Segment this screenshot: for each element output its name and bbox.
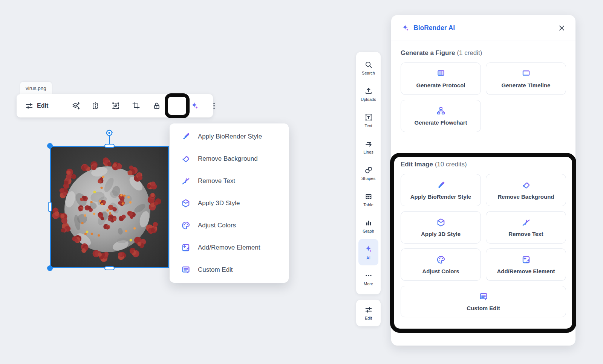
generate-section-title: Generate a Figure (1 credit)	[401, 49, 566, 57]
sidebar-item-graph[interactable]: Graph	[356, 213, 381, 239]
apply-biorender-style-button[interactable]: Apply BioRender Style	[401, 174, 481, 206]
edit-image-buttons-grid: Apply BioRender Style Remove Background	[401, 174, 566, 317]
sidebar-item-label: Table	[363, 203, 373, 207]
menu-item-label: Add/Remove Element	[198, 244, 260, 251]
sidebar-item-ai[interactable]: AI	[358, 239, 378, 265]
sidebar-item-label: Text	[364, 123, 372, 128]
more-options-icon	[210, 101, 219, 110]
more-dots-icon	[364, 271, 373, 280]
card-label: Apply BioRender Style	[410, 193, 471, 200]
resize-handle-left-center[interactable]	[48, 202, 52, 212]
toolbar-divider	[65, 100, 65, 111]
remove-text-icon	[521, 218, 531, 227]
transform-button[interactable]	[111, 101, 120, 110]
card-label: Adjust Colors	[422, 268, 459, 274]
card-label: Generate Timeline	[502, 82, 551, 88]
menu-item-custom-edit[interactable]: Custom Edit	[170, 259, 289, 281]
paintbrush-icon	[181, 132, 191, 142]
rotation-stem	[109, 136, 110, 145]
palette-icon	[436, 255, 446, 265]
sidebar-item-uploads[interactable]: Uploads	[356, 81, 381, 107]
biorender-ai-panel: BioRender AI Generate a Figure (1 credit…	[391, 15, 575, 346]
selected-file-label: virus.png	[20, 82, 52, 94]
sidebar-item-table[interactable]: Table	[356, 186, 381, 213]
menu-item-remove-text[interactable]: Remove Text	[170, 170, 289, 192]
lock-icon	[152, 101, 161, 110]
generate-flowchart-button[interactable]: Generate Flowchart	[401, 100, 481, 132]
adjust-colors-button[interactable]: Adjust Colors	[401, 248, 481, 281]
custom-edit-button[interactable]: Custom Edit	[401, 286, 566, 317]
edit-button[interactable]: Edit	[25, 94, 48, 117]
sidebar-item-label: Lines	[363, 150, 373, 154]
layers-order-icon	[71, 101, 80, 110]
panel-title: BioRender AI	[413, 24, 455, 32]
menu-item-apply-3d-style[interactable]: Apply 3D Style	[170, 192, 289, 214]
transform-icon	[111, 101, 120, 110]
ai-actions-button[interactable]	[190, 101, 199, 110]
generate-section-credits: (1 credit)	[457, 49, 482, 56]
remove-text-button[interactable]: Remove Text	[486, 211, 566, 244]
menu-item-apply-biorender-style[interactable]: Apply BioRender Style	[170, 125, 289, 148]
shapes-icon	[364, 166, 373, 174]
remove-text-icon	[181, 176, 191, 186]
edit-image-section-credits: (10 credits)	[435, 161, 467, 168]
sidebar-item-more[interactable]: More	[356, 265, 381, 292]
close-panel-button[interactable]	[557, 24, 566, 32]
menu-item-label: Remove Text	[198, 177, 235, 185]
eraser-icon	[521, 180, 531, 190]
layers-order-button[interactable]	[71, 101, 80, 110]
more-options-button[interactable]	[210, 101, 219, 110]
resize-handle-bottom-center[interactable]	[104, 266, 115, 270]
menu-item-add-remove-element[interactable]: Add/Remove Element	[170, 236, 289, 259]
rotate-handle[interactable]	[105, 128, 114, 137]
resize-handle-top-center[interactable]	[104, 144, 115, 148]
lines-arrow-icon	[364, 140, 373, 148]
sidebar-item-text[interactable]: Text	[356, 107, 381, 134]
flip-horizontal-button[interactable]	[91, 101, 100, 110]
menu-item-remove-background[interactable]: Remove Background	[170, 148, 289, 170]
sidebar-item-search[interactable]: Search	[356, 55, 381, 81]
card-label: Remove Text	[508, 231, 543, 237]
sidebar-item-label: Graph	[363, 229, 374, 233]
edit-button-label: Edit	[37, 102, 48, 109]
menu-item-label: Remove Background	[198, 155, 258, 163]
crop-button[interactable]	[132, 101, 141, 110]
sidebar-item-edit[interactable]: Edit	[364, 306, 373, 320]
crop-icon	[132, 101, 141, 110]
card-label: Generate Flowchart	[414, 119, 467, 126]
sidebar-item-label: Edit	[365, 316, 372, 320]
ai-sparkles-icon	[190, 101, 199, 111]
tools-sidebar: Search Uploads Text Lines	[356, 52, 381, 294]
apply-3d-style-button[interactable]: Apply 3D Style	[401, 211, 481, 244]
generate-timeline-button[interactable]: Generate Timeline	[486, 62, 566, 95]
sidebar-item-label: Search	[362, 71, 375, 75]
generate-protocol-button[interactable]: Generate Protocol	[401, 62, 481, 95]
search-icon	[364, 61, 373, 69]
add-remove-element-button[interactable]: Add/Remove Element	[486, 248, 566, 281]
remove-background-button[interactable]: Remove Background	[486, 174, 566, 206]
selected-image-coronavirus[interactable]	[50, 146, 169, 268]
resize-handle-bottom-left[interactable]	[47, 265, 53, 271]
resize-handle-top-left[interactable]	[47, 143, 53, 149]
rotate-icon	[105, 128, 114, 137]
timeline-monitor-icon	[521, 69, 531, 79]
adjust-sliders-icon	[25, 102, 34, 110]
menu-item-adjust-colors[interactable]: Adjust Colors	[170, 214, 289, 236]
edit-image-section-title: Edit Image (10 credits)	[401, 161, 566, 168]
menu-item-label: Adjust Colors	[198, 222, 236, 229]
edit-sidebar-card: Edit	[356, 300, 381, 326]
sidebar-item-label: AI	[366, 256, 370, 260]
paintbrush-icon	[436, 180, 446, 190]
sidebar-item-shapes[interactable]: Shapes	[356, 160, 381, 186]
menu-item-label: Apply 3D Style	[198, 200, 240, 207]
text-tool-icon	[364, 113, 373, 122]
card-label: Generate Protocol	[416, 82, 465, 88]
card-label: Apply 3D Style	[421, 231, 461, 237]
table-icon	[364, 192, 373, 201]
menu-item-label: Custom Edit	[198, 266, 233, 274]
generate-section-title-text: Generate a Figure	[401, 49, 455, 56]
graph-icon	[364, 219, 373, 227]
sidebar-item-lines[interactable]: Lines	[356, 134, 381, 160]
lock-button[interactable]	[152, 101, 161, 110]
coronavirus-image	[50, 146, 169, 268]
